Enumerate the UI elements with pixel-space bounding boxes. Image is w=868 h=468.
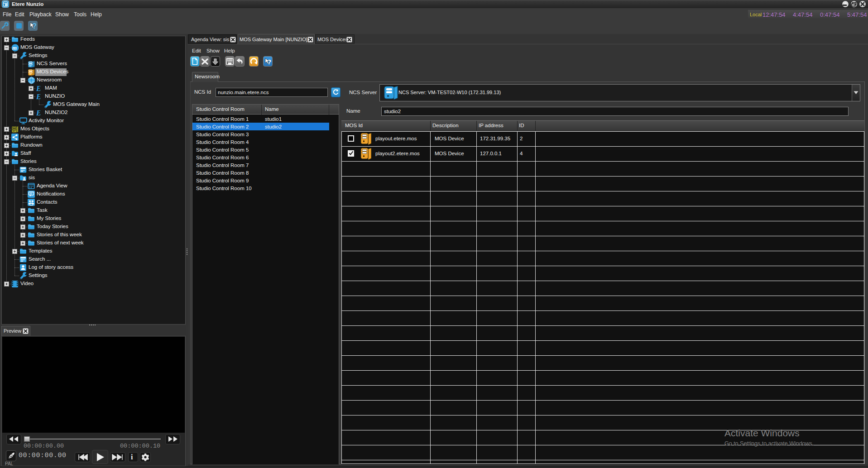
svg-text:E: E bbox=[36, 85, 41, 92]
svg-text:E: E bbox=[36, 93, 41, 100]
svg-text:m: m bbox=[12, 44, 17, 51]
svg-text:E: E bbox=[36, 109, 41, 116]
